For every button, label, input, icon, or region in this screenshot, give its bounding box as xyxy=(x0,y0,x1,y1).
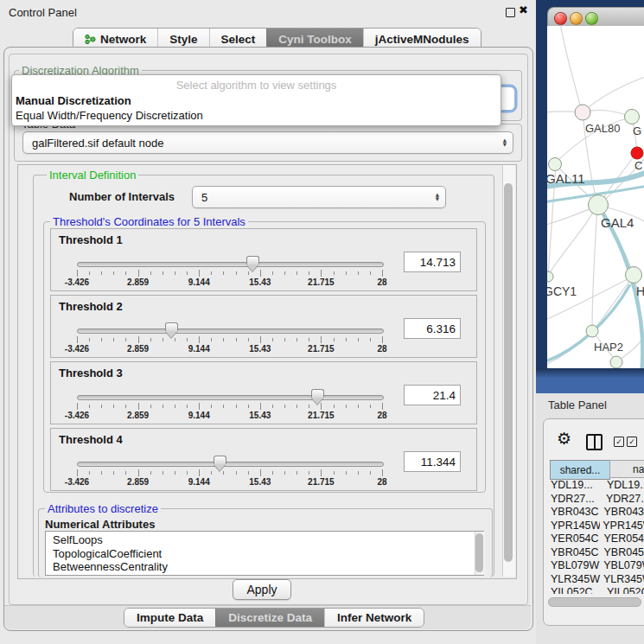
cell-shared-name[interactable]: YLR345W xyxy=(548,573,601,587)
attribute-list-item[interactable]: TopologicalCoefficient xyxy=(46,547,483,561)
cell-name[interactable]: YBR043C xyxy=(602,506,644,520)
network-edge[interactable] xyxy=(595,276,633,329)
algorithm-option-equal-width[interactable]: Equal Width/Frequency Discretization xyxy=(12,108,501,123)
tab-infer-network[interactable]: Infer Network xyxy=(324,609,424,627)
table-row[interactable]: YBR045CYBR045C xyxy=(548,546,644,560)
network-edge[interactable] xyxy=(547,207,596,226)
network-node-label: GAL4 xyxy=(601,215,634,230)
slider-track[interactable] xyxy=(77,262,384,267)
cell-name[interactable]: YBL079W xyxy=(601,559,644,573)
checkbox-checked-icon[interactable]: ✓ xyxy=(627,437,637,447)
table-row[interactable]: YIL052CYIL052C xyxy=(548,586,644,594)
network-edge[interactable] xyxy=(560,26,582,112)
slider-minor-tick xyxy=(334,271,335,275)
cell-name[interactable]: YER054C xyxy=(602,532,644,546)
network-node-g[interactable] xyxy=(625,110,640,124)
network-node[interactable] xyxy=(610,356,622,368)
attribute-list-item[interactable]: SelfLoops xyxy=(46,533,483,547)
algorithm-placeholder-option[interactable]: Select algorithm to view settings xyxy=(12,75,501,93)
zoom-light-green[interactable] xyxy=(585,12,598,25)
cell-shared-name[interactable]: YIL052C xyxy=(548,586,604,594)
slider-track[interactable] xyxy=(77,395,384,400)
settings-scrollbar-thumb[interactable] xyxy=(504,183,513,562)
slider-thumb[interactable] xyxy=(311,389,324,404)
slider-thumb[interactable] xyxy=(165,322,178,337)
network-graph[interactable]: GAL80GCGAL11GAL4GCY1HHAP2 xyxy=(547,26,644,368)
table-row[interactable]: YDL19...YDL19... xyxy=(548,479,644,493)
attributes-scrollbar-thumb[interactable] xyxy=(475,533,483,572)
checkbox-checked-icon[interactable]: ✓ xyxy=(614,437,624,447)
table-row[interactable]: YER054CYER054C xyxy=(548,532,644,546)
numerical-attributes-list: SelfLoopsTopologicalCoefficientBetweenne… xyxy=(45,531,484,576)
network-node-h[interactable] xyxy=(626,267,642,284)
column-header-shared-name[interactable]: shared... xyxy=(550,460,610,480)
close-light-red[interactable] xyxy=(554,12,567,25)
network-node-gal11[interactable] xyxy=(549,158,562,171)
algorithm-option-manual[interactable]: Manual Discretization xyxy=(12,93,501,108)
network-node-gal4[interactable] xyxy=(589,195,609,215)
network-canvas[interactable]: GAL80GCGAL11GAL4GCY1HHAP2 xyxy=(547,26,644,368)
slider-track[interactable] xyxy=(77,462,384,467)
float-window-icon[interactable] xyxy=(506,8,515,17)
slider-thumb[interactable] xyxy=(214,456,226,470)
cell-shared-name[interactable]: YPR145W xyxy=(548,520,600,533)
slider-minor-tick xyxy=(175,471,175,475)
table-row[interactable]: YPR145WYPR145W xyxy=(548,520,644,533)
network-node-hap2[interactable] xyxy=(586,325,598,337)
gear-icon[interactable]: ⚙ xyxy=(557,430,571,447)
threshold-value-field[interactable] xyxy=(404,318,461,339)
table-row[interactable]: YLR345WYLR345W xyxy=(548,573,644,587)
column-header-name[interactable]: name xyxy=(609,460,644,478)
network-edge[interactable] xyxy=(583,76,644,112)
slider-tick-label: 21.715 xyxy=(308,411,335,420)
slider-minor-tick xyxy=(370,338,371,341)
table-row[interactable]: YDR27...YDR27... xyxy=(548,493,644,507)
minimize-light-yellow[interactable] xyxy=(570,12,583,25)
cell-name[interactable]: YDL19... xyxy=(604,479,644,493)
network-node-gal80[interactable] xyxy=(575,105,590,120)
number-of-intervals-combobox[interactable]: 5 ▲▼ xyxy=(192,186,446,208)
network-node-gcy1[interactable] xyxy=(547,271,553,282)
split-columns-icon[interactable] xyxy=(586,434,603,450)
tab-impute-data[interactable]: Impute Data xyxy=(124,609,215,627)
slider-minor-tick xyxy=(370,271,371,275)
cell-shared-name[interactable]: YDL19... xyxy=(548,479,604,493)
tab-discretize-data[interactable]: Discretize Data xyxy=(215,609,324,627)
table-row[interactable]: YBL079WYBL079W xyxy=(548,559,644,573)
network-edge[interactable] xyxy=(592,207,597,330)
slider-minor-tick xyxy=(236,405,237,408)
cell-shared-name[interactable]: YER054C xyxy=(548,532,602,546)
network-window-titlebar[interactable] xyxy=(547,7,644,27)
cell-name[interactable]: YLR345W xyxy=(601,573,644,587)
cell-name[interactable]: YDR27... xyxy=(603,493,644,507)
cell-name[interactable]: YPR145W xyxy=(600,520,644,533)
slider-track[interactable] xyxy=(77,328,384,334)
threshold-value-field[interactable] xyxy=(404,451,461,472)
table-row[interactable]: YBR043CYBR043C xyxy=(548,506,644,520)
cell-name[interactable]: YIL052C xyxy=(604,586,644,594)
numerical-attributes-label: Numerical Attributes xyxy=(45,518,155,531)
column-header-label: name xyxy=(633,463,644,475)
cell-shared-name[interactable]: YBR045C xyxy=(548,546,602,560)
slider-minor-tick xyxy=(248,271,249,275)
threshold-value-field[interactable] xyxy=(404,252,461,272)
network-edge[interactable] xyxy=(548,207,596,276)
table-hscrollbar-thumb[interactable] xyxy=(548,597,641,607)
threshold-value-field[interactable] xyxy=(404,385,461,405)
slider-thumb[interactable] xyxy=(246,256,259,271)
cell-shared-name[interactable]: YBR043C xyxy=(548,506,602,520)
table-data-combobox[interactable]: galFiltered.sif default node ▲▼ xyxy=(22,131,513,154)
close-icon[interactable]: ✖ xyxy=(519,3,528,16)
slider-minor-tick xyxy=(358,405,359,408)
slider-tick-label: -3.426 xyxy=(65,411,89,420)
slider-major-tick xyxy=(321,270,322,277)
attribute-list-item[interactable]: BetweennessCentrality xyxy=(46,560,483,574)
cell-shared-name[interactable]: YDR27... xyxy=(548,493,603,507)
slider-minor-tick xyxy=(284,405,285,408)
interval-definition-group-title: Interval Definition xyxy=(47,169,138,181)
apply-button[interactable]: Apply xyxy=(233,579,291,600)
network-node-label: C xyxy=(634,159,642,172)
cell-name[interactable]: YBR045C xyxy=(602,546,644,560)
network-node-c[interactable] xyxy=(631,147,643,159)
cell-shared-name[interactable]: YBL079W xyxy=(548,559,601,573)
